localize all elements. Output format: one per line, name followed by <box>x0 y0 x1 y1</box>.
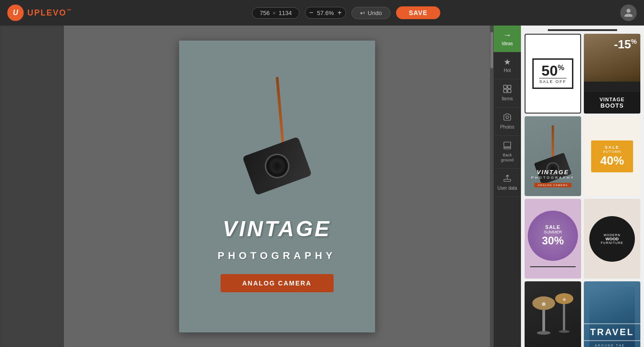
canvas-cta-button[interactable]: ANALOG CAMERA <box>221 274 334 292</box>
userdata-icon <box>503 174 511 184</box>
svg-rect-5 <box>504 142 511 147</box>
t3-vintage: VINTAGE <box>531 169 574 176</box>
templates-grid: 50% SALE OFF -15% VINTAGE BOOTS <box>525 34 640 347</box>
svg-rect-2 <box>504 89 507 93</box>
panel-top-bar <box>548 29 617 31</box>
tools-sidebar: → Ideas ★ Hot Items <box>494 26 521 347</box>
save-button[interactable]: SAVE <box>396 6 440 19</box>
t3-photo: PHOTOGRAPHY <box>531 176 574 180</box>
user-section <box>620 5 637 21</box>
zoom-out-button[interactable]: − <box>309 9 313 16</box>
tool-hot[interactable]: ★ Hot <box>494 52 521 79</box>
logo-text: UPLEVO™ <box>27 8 72 18</box>
tool-photos[interactable]: Photos <box>494 108 521 136</box>
ideas-icon: → <box>503 31 511 39</box>
separator: × <box>273 10 276 16</box>
canvas-title-vintage: VINTAGE <box>179 216 375 241</box>
tool-background-label: Background <box>501 153 514 163</box>
template-sale50[interactable]: 50% SALE OFF <box>525 34 581 114</box>
background-icon <box>503 141 511 151</box>
t4-sale: SALE <box>600 145 624 150</box>
items-icon <box>503 85 511 94</box>
header-controls: 756 × 1134 − 57.6% + ↩ Undo SAVE <box>79 6 613 19</box>
t4-pct: 40% <box>600 154 624 168</box>
svg-rect-8 <box>542 310 545 333</box>
svg-point-13 <box>542 302 546 306</box>
zoom-level: 57.6% <box>317 10 334 16</box>
t6-furniture: FURNITURE <box>601 241 623 244</box>
svg-point-4 <box>506 116 509 119</box>
hot-icon: ★ <box>504 58 511 66</box>
lamps-illustration <box>526 290 580 347</box>
t5-summer: SUMMER <box>544 230 562 234</box>
tool-ideas-label: Ideas <box>502 41 513 47</box>
zoom-in-button[interactable]: + <box>337 9 341 16</box>
t8-subtitle: AROUND THE WORLD <box>595 344 629 347</box>
camera-body-icon <box>242 136 312 195</box>
camera-lens-icon <box>261 150 293 181</box>
template-autumn40[interactable]: SALE AUTUMN 40% <box>584 116 640 196</box>
t2-subtitle: BOOTS <box>588 102 636 109</box>
tool-background[interactable]: Background <box>494 136 521 169</box>
canvas-card[interactable]: VINTAGE PHOTOGRAPHY ANALOG CAMERA <box>179 41 375 332</box>
logo-icon: U <box>7 5 24 21</box>
templates-panel: 50% SALE OFF -15% VINTAGE BOOTS <box>521 26 644 347</box>
tool-hot-label: Hot <box>504 68 511 73</box>
template-vintage-photo[interactable]: VINTAGE PHOTOGRAPHY ANALOG CAMERA <box>525 116 581 196</box>
tool-items[interactable]: Items <box>494 79 521 108</box>
canvas-height: 1134 <box>278 10 292 16</box>
tool-userdata-label: User data <box>497 186 517 191</box>
zoom-control[interactable]: − 57.6% + <box>305 7 346 19</box>
svg-rect-11 <box>563 304 565 331</box>
t6-modern: MODERN <box>603 233 620 237</box>
camera-strap-icon <box>276 77 285 150</box>
header: U UPLEVO™ 756 × 1134 − 57.6% + ↩ Undo SA… <box>0 0 644 26</box>
main-content: VINTAGE PHOTOGRAPHY ANALOG CAMERA → Idea… <box>0 26 644 347</box>
camera-illustration <box>232 77 323 196</box>
undo-button[interactable]: ↩ Undo <box>351 7 391 19</box>
t3-btn: ANALOG CAMERA <box>534 183 571 187</box>
template-interior[interactable] <box>525 281 581 347</box>
undo-arrow-icon: ↩ <box>360 10 365 16</box>
t5-pct: 30% <box>542 234 564 247</box>
canvas-title-photography: PHOTOGRAPHY <box>179 250 375 262</box>
photos-icon <box>503 113 511 123</box>
svg-rect-3 <box>508 89 511 93</box>
user-avatar[interactable] <box>620 5 637 21</box>
t1-percent: 50% <box>539 63 567 78</box>
tool-photos-label: Photos <box>500 124 514 130</box>
dimension-display: 756 × 1134 <box>252 7 299 19</box>
t1-inner: 50% SALE OFF <box>532 58 573 89</box>
tool-ideas[interactable]: → Ideas <box>494 26 521 52</box>
tool-items-label: Items <box>502 96 513 102</box>
t5-sale: SALE <box>545 224 560 230</box>
tool-userdata[interactable]: User data <box>494 169 521 197</box>
scrollbar[interactable] <box>490 26 494 347</box>
scrollbar-thumb[interactable] <box>490 32 493 68</box>
template-summer30[interactable]: SALE SUMMER 30% <box>525 199 581 279</box>
t8-travel: TRAVEL <box>590 327 634 337</box>
svg-point-12 <box>559 330 570 333</box>
canvas-area: VINTAGE PHOTOGRAPHY ANALOG CAMERA <box>64 26 490 347</box>
t6-wood: WOOD <box>606 237 619 241</box>
svg-point-9 <box>537 331 551 335</box>
svg-point-14 <box>563 298 566 301</box>
svg-rect-1 <box>508 85 511 88</box>
svg-rect-6 <box>504 148 511 149</box>
template-travel[interactable]: TRAVEL AROUND THE WORLD <box>584 281 640 347</box>
template-boots15[interactable]: -15% VINTAGE BOOTS <box>584 34 640 114</box>
svg-rect-0 <box>504 85 507 88</box>
canvas-width: 756 <box>260 10 270 16</box>
t4-autumn: AUTUMN <box>600 150 624 154</box>
left-panel <box>0 26 64 347</box>
template-modern-wood[interactable]: MODERN WOOD FURNITURE <box>584 199 640 279</box>
logo[interactable]: U UPLEVO™ <box>7 5 72 21</box>
t2-title: VINTAGE <box>588 97 636 102</box>
